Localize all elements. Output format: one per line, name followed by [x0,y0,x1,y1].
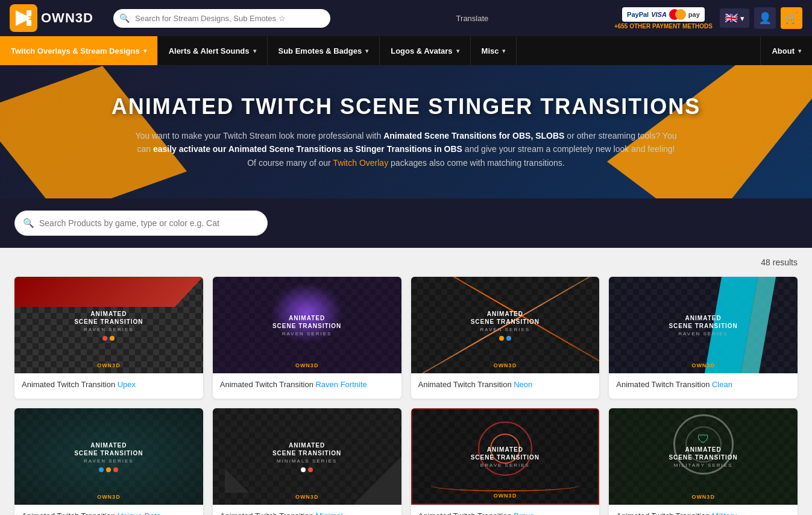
nav-item-twitch-overlays[interactable]: Twitch Overlays & Stream Designs ▾ [0,36,158,65]
site-header: OWN3D 🔍 Translate PayPal VISA pay +655 O… [0,0,812,36]
product-search-input[interactable] [14,210,268,236]
nav-item-misc[interactable]: Misc ▾ [471,36,517,65]
hero-description: You want to make your Twitch Stream look… [135,129,678,169]
hero-desc-part1: You want to make your Twitch Stream look… [136,131,384,141]
hero-desc-part4: packages also come with matching transit… [391,158,565,168]
card-unique-series: RAVEN SERIES [74,458,143,464]
product-title-minimal: Animated Twitch Transition Minimal [220,511,394,515]
card-military-series: MILITARY SERIES [669,463,737,468]
results-count: 48 results [14,258,798,267]
card-raven-label: ANIMATEDSCENE TRANSITION [272,314,341,330]
title-prefix: Animated Twitch Transition [616,511,712,515]
hero-desc-bold2: easily activate our Animated Scene Trans… [153,144,462,154]
header-search-icon: 🔍 [119,13,130,23]
product-card-upex[interactable]: ANIMATEDSCENE TRANSITION RAVEN SERIES OW… [14,277,203,399]
logo-text: OWN3D [41,10,93,26]
chevron-icon: ▾ [365,48,368,54]
nav-item-about[interactable]: About ▾ [760,36,812,65]
dot [301,467,306,472]
title-highlight: Upex [118,380,136,389]
card-minimal-logo: OWN3D [295,494,319,500]
products-grid: ANIMATEDSCENE TRANSITION RAVEN SERIES OW… [14,277,798,515]
mastercard-logo [669,9,686,20]
card-brave-series: BRAVE SERIES [471,463,540,468]
title-prefix: Animated Twitch Transition [418,380,514,389]
payment-logos: PayPal VISA pay [622,7,705,22]
product-card-clean[interactable]: ANIMATEDSCENE TRANSITION RAVEN SERIES OW… [609,277,798,399]
card-unique-logo: OWN3D [97,494,121,500]
title-prefix: Animated Twitch Transition [616,380,712,389]
chevron-icon: ▾ [456,48,459,54]
chevron-icon: ▾ [798,48,801,54]
paypal-logo: PayPal [627,11,649,18]
chevron-icon: ▾ [143,48,146,54]
hero-title: ANIMATED TWITCH SCENE STINGER TRANSITION… [24,94,788,119]
title-highlight: Raven Fortnite [315,380,367,389]
title-highlight: Minimal [315,511,342,515]
flag-icon: 🇬🇧 [725,11,738,25]
product-card-brave[interactable]: ANIMATEDSCENE TRANSITION BRAVE SERIES OW… [411,408,600,515]
title-highlight: Military [712,511,737,515]
svg-rect-2 [27,10,31,16]
header-icons: 🇬🇧 ▾ 👤 🛒 [720,7,802,29]
search-bar-container: 🔍 [14,210,268,236]
logo-icon [10,4,37,32]
title-prefix: Animated Twitch Transition [418,511,514,515]
search-section: 🔍 [0,198,812,248]
product-card-raven[interactable]: ANIMATEDSCENE TRANSITION RAVEN SERIES OW… [213,277,401,399]
card-clean-series: RAVEN SERIES [669,331,737,336]
card-neon-logo: OWN3D [494,362,517,368]
header-center: Translate [338,14,607,23]
title-prefix: Animated Twitch Transition [22,380,118,389]
title-prefix: Animated Twitch Transition [220,511,316,515]
card-upex-label: ANIMATEDSCENE TRANSITION [74,310,143,326]
product-title-brave: Animated Twitch Transition Brave [418,511,593,515]
hero-desc-bold1: Animated Scene Transitions for OBS, SLOB… [383,131,564,141]
product-title-military: Animated Twitch Transition Military [616,511,790,515]
title-highlight: Unique Dota [118,511,161,515]
product-card-unique[interactable]: ANIMATEDSCENE TRANSITION RAVEN SERIES OW… [14,408,203,515]
dot [99,467,104,472]
payment-methods: PayPal VISA pay +655 OTHER PAYMENT METHO… [614,7,713,30]
chevron-icon: ▾ [253,48,256,54]
user-icon[interactable]: 👤 [754,7,776,29]
product-card-neon[interactable]: ANIMATEDSCENE TRANSITION RAVEN SERIES OW… [411,277,600,399]
product-card-minimal[interactable]: ANIMATEDSCENE TRANSITION MINIMALS SERIES… [213,408,401,515]
card-brave-label: ANIMATEDSCENE TRANSITION [471,446,540,461]
product-title-clean: Animated Twitch Transition Clean [616,379,790,390]
header-search-input[interactable] [113,9,330,28]
payment-other-label: +655 OTHER PAYMENT METHODS [614,23,713,30]
card-raven-series: RAVEN SERIES [272,331,341,336]
dot [102,336,107,341]
chevron-icon: ▾ [502,48,505,54]
twitch-overlay-link[interactable]: Twitch Overlay [333,158,388,168]
product-title-neon: Animated Twitch Transition Neon [418,379,593,390]
search-bar-icon: 🔍 [23,218,34,229]
title-highlight: Neon [514,380,532,389]
product-card-military[interactable]: 🛡 ANIMATEDSCENE TRANSITION MILITARY SERI… [609,408,798,515]
nav-item-alerts[interactable]: Alerts & Alert Sounds ▾ [158,36,268,65]
translate-label[interactable]: Translate [456,14,489,23]
logo[interactable]: OWN3D [10,4,106,32]
lang-chevron: ▾ [740,14,744,23]
main-nav: Twitch Overlays & Stream Designs ▾ Alert… [0,36,812,65]
card-clean-logo: OWN3D [691,362,715,368]
header-search-container: 🔍 [113,9,330,28]
language-selector[interactable]: 🇬🇧 ▾ [720,8,749,28]
card-neon-label: ANIMATEDSCENE TRANSITION [471,310,540,326]
dot [506,336,511,341]
nav-item-logos[interactable]: Logos & Avatars ▾ [380,36,470,65]
product-title-raven: Animated Twitch Transition Raven Fortnit… [220,379,394,390]
dot [499,336,504,341]
title-prefix: Animated Twitch Transition [220,380,316,389]
hero-section: ANIMATED TWITCH SCENE STINGER TRANSITION… [0,65,812,198]
dot [106,467,111,472]
svg-rect-3 [27,20,31,26]
nav-item-sub-emotes[interactable]: Sub Emotes & Badges ▾ [268,36,380,65]
title-prefix: Animated Twitch Transition [22,511,118,515]
title-highlight: Clean [712,380,732,389]
cart-icon[interactable]: 🛒 [781,7,802,29]
visa-logo: VISA [651,11,667,18]
title-highlight: Brave [514,511,534,515]
gpay-logo: pay [688,11,700,18]
